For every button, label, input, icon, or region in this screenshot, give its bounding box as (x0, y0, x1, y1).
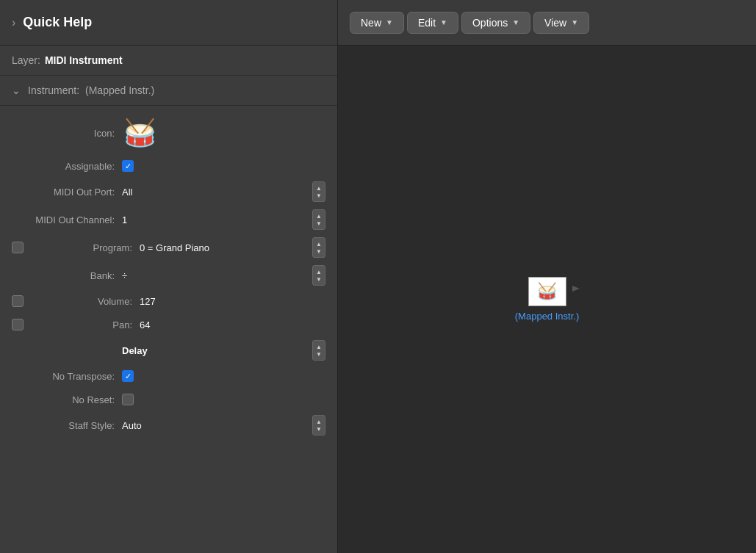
delay-row: Delay ▲ ▼ (0, 336, 337, 364)
spinner-down-icon: ▼ (316, 426, 322, 433)
spinner-up-icon: ▲ (316, 213, 322, 220)
midi-out-channel-control: 1 ▲ ▼ (122, 209, 325, 230)
pan-checkbox[interactable] (12, 319, 24, 330)
delay-control: Delay ▲ ▼ (122, 340, 325, 361)
layer-label: Layer: (12, 54, 40, 66)
midi-out-port-control: All ▲ ▼ (122, 181, 325, 202)
spinner-down-icon: ▼ (316, 248, 322, 255)
app-container: › Quick Help New ▼ Edit ▼ Options ▼ View… (0, 0, 756, 553)
instrument-node[interactable]: 🥁 (Mapped Instr.) (515, 277, 579, 322)
volume-value: 127 (140, 296, 325, 307)
midi-out-port-value: All (122, 187, 312, 198)
no-transpose-checkbox[interactable]: ✓ (122, 370, 134, 382)
spinner-up-icon: ▲ (316, 419, 322, 425)
check-icon: ✓ (125, 162, 132, 171)
spinner-down-icon: ▼ (316, 220, 322, 227)
program-control: 0 = Grand Piano ▲ ▼ (140, 237, 325, 258)
staff-style-value: Auto (122, 420, 312, 431)
volume-label: Volume: (29, 296, 132, 307)
edit-dropdown-arrow: ▼ (440, 18, 447, 26)
icon-row: Icon: 🥁 (0, 112, 337, 154)
midi-out-channel-label: MIDI Out Channel: (12, 214, 115, 225)
bank-spinner[interactable]: ▲ ▼ (312, 265, 325, 286)
no-reset-label: No Reset: (12, 394, 115, 405)
assignable-label: Assignable: (12, 161, 115, 172)
instrument-row: ⌄ Instrument: (Mapped Instr.) (0, 76, 337, 106)
assignable-row: Assignable: ✓ (0, 154, 337, 178)
program-spinner[interactable]: ▲ ▼ (312, 237, 325, 258)
bank-control: ÷ ▲ ▼ (122, 265, 325, 286)
new-button-label: New (361, 17, 381, 29)
layer-row: Layer: MIDI Instrument (0, 46, 337, 76)
midi-out-channel-spinner[interactable]: ▲ ▼ (312, 209, 325, 230)
staff-style-control: Auto ▲ ▼ (122, 415, 325, 435)
new-dropdown-arrow: ▼ (386, 18, 393, 26)
midi-out-port-row: MIDI Out Port: All ▲ ▼ (0, 178, 337, 206)
volume-checkbox[interactable] (12, 295, 24, 307)
options-button[interactable]: Options ▼ (461, 12, 530, 34)
spinner-down-icon: ▼ (316, 192, 322, 199)
no-transpose-label: No Transpose: (12, 371, 115, 382)
flag-icon (572, 286, 580, 294)
options-button-label: Options (472, 17, 508, 29)
top-bar: › Quick Help New ▼ Edit ▼ Options ▼ View… (0, 0, 756, 46)
spinner-up-icon: ▲ (316, 241, 322, 247)
pan-row: Pan: 64 (0, 313, 337, 336)
bank-label: Bank: (12, 270, 115, 281)
program-value: 0 = Grand Piano (140, 242, 312, 253)
midi-out-port-label: MIDI Out Port: (12, 187, 115, 198)
instrument-label: Instrument: (28, 84, 79, 96)
edit-button-label: Edit (418, 17, 436, 29)
instrument-icon-box: 🥁 (528, 277, 566, 306)
program-checkbox[interactable] (12, 242, 24, 253)
collapse-arrow-icon[interactable]: ⌄ (12, 84, 21, 96)
view-button[interactable]: View ▼ (533, 12, 589, 34)
staff-style-spinner[interactable]: ▲ ▼ (312, 415, 325, 435)
spinner-down-icon: ▼ (316, 351, 322, 358)
pan-value: 64 (140, 319, 325, 330)
no-transpose-row: No Transpose: ✓ (0, 364, 337, 388)
spinner-up-icon: ▲ (316, 269, 322, 275)
pan-label: Pan: (29, 319, 132, 330)
no-reset-row: No Reset: (0, 388, 337, 411)
assignable-checkbox[interactable]: ✓ (122, 160, 134, 172)
toolbar-section: New ▼ Edit ▼ Options ▼ View ▼ (338, 0, 756, 45)
drum-icon: 🥁 (123, 118, 156, 148)
delay-value: Delay (122, 345, 312, 356)
staff-style-row: Staff Style: Auto ▲ ▼ (0, 411, 337, 439)
instrument-node-label: (Mapped Instr.) (515, 311, 579, 322)
icon-label: Icon: (12, 128, 115, 139)
view-button-label: View (544, 17, 566, 29)
new-button[interactable]: New ▼ (350, 12, 404, 34)
quick-help-title: Quick Help (23, 15, 92, 30)
chevron-right-icon[interactable]: › (12, 16, 15, 29)
main-content: Layer: MIDI Instrument ⌄ Instrument: (Ma… (0, 46, 756, 553)
midi-out-port-spinner[interactable]: ▲ ▼ (312, 181, 325, 202)
midi-out-channel-value: 1 (122, 214, 312, 225)
options-dropdown-arrow: ▼ (512, 18, 519, 26)
volume-row: Volume: 127 (0, 289, 337, 313)
no-reset-checkbox[interactable] (122, 394, 134, 405)
delay-spinner[interactable]: ▲ ▼ (312, 340, 325, 361)
icon-display[interactable]: 🥁 (122, 115, 157, 151)
bank-row: Bank: ÷ ▲ ▼ (0, 261, 337, 289)
bank-value: ÷ (122, 270, 312, 281)
program-row: Program: 0 = Grand Piano ▲ ▼ (0, 234, 337, 261)
instrument-node-drum-icon: 🥁 (537, 282, 557, 301)
spinner-down-icon: ▼ (316, 276, 322, 283)
quick-help-section: › Quick Help (0, 0, 338, 45)
staff-style-label: Staff Style: (12, 420, 115, 431)
edit-button[interactable]: Edit ▼ (407, 12, 458, 34)
left-panel: Layer: MIDI Instrument ⌄ Instrument: (Ma… (0, 46, 338, 553)
instrument-value: (Mapped Instr.) (85, 84, 154, 96)
right-panel: 🥁 (Mapped Instr.) (338, 46, 756, 553)
svg-marker-0 (572, 286, 580, 292)
spinner-up-icon: ▲ (316, 344, 322, 350)
layer-value: MIDI Instrument (45, 54, 123, 66)
spinner-up-icon: ▲ (316, 185, 322, 192)
program-label: Program: (29, 242, 132, 253)
check-icon: ✓ (125, 372, 132, 381)
view-dropdown-arrow: ▼ (571, 18, 578, 26)
properties-section: Icon: 🥁 Assignable: ✓ MIDI Out Port: (0, 106, 337, 445)
midi-out-channel-row: MIDI Out Channel: 1 ▲ ▼ (0, 206, 337, 234)
